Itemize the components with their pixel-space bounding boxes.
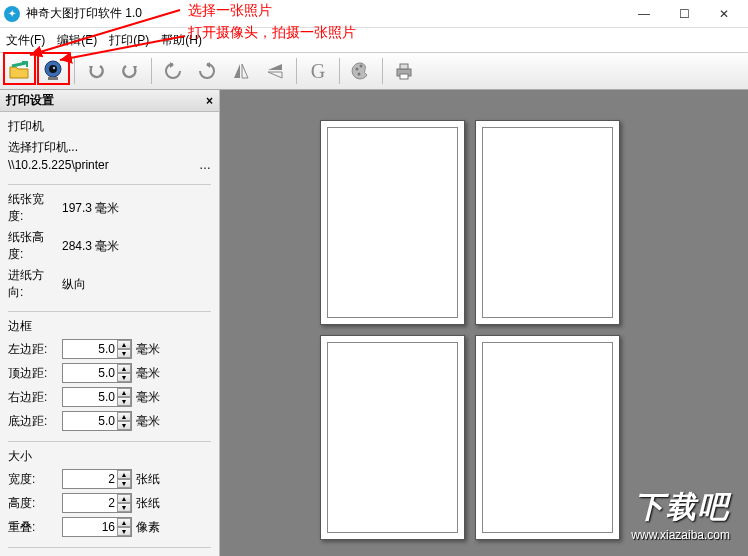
window-title: 神奇大图打印软件 1.0 xyxy=(26,5,624,22)
spin-up[interactable]: ▲ xyxy=(117,494,131,503)
height-sheets-label: 高度: xyxy=(8,495,58,512)
paper-width-label: 纸张宽度: xyxy=(8,191,58,225)
preview-page-1[interactable] xyxy=(320,120,465,325)
unit-sheets: 张纸 xyxy=(136,495,160,512)
watermark-url: www.xiazaiba.com xyxy=(631,528,730,542)
redo-icon xyxy=(120,61,140,81)
undo-icon xyxy=(86,61,106,81)
printer-path: \\10.2.5.225\printer xyxy=(8,158,109,172)
preview-page-2[interactable] xyxy=(475,120,620,325)
paper-width-value: 197.3 毫米 xyxy=(62,200,119,217)
rotate-right-button[interactable] xyxy=(192,56,222,86)
minimize-button[interactable]: — xyxy=(624,1,664,27)
spin-down[interactable]: ▼ xyxy=(117,479,131,488)
rotate-right-icon xyxy=(197,61,217,81)
preview-page-3[interactable] xyxy=(320,335,465,540)
paper-height-value: 284.3 毫米 xyxy=(62,238,119,255)
redo-button[interactable] xyxy=(115,56,145,86)
svg-rect-5 xyxy=(48,77,58,80)
flip-horizontal-button[interactable] xyxy=(226,56,256,86)
print-button[interactable] xyxy=(389,56,419,86)
spin-down[interactable]: ▼ xyxy=(117,527,131,536)
top-margin-label: 顶边距: xyxy=(8,365,58,382)
titlebar: ✦ 神奇大图打印软件 1.0 — ☐ ✕ xyxy=(0,0,748,28)
spin-up[interactable]: ▲ xyxy=(117,470,131,479)
svg-point-3 xyxy=(49,65,57,73)
svg-point-8 xyxy=(360,65,363,68)
spin-up[interactable]: ▲ xyxy=(117,364,131,373)
printer-more-button[interactable]: … xyxy=(199,158,211,172)
menubar: 文件(F) 编辑(E) 打印(P) 帮助(H) xyxy=(0,28,748,52)
spin-down[interactable]: ▼ xyxy=(117,349,131,358)
open-image-button[interactable] xyxy=(4,56,34,86)
spin-down[interactable]: ▼ xyxy=(117,503,131,512)
right-margin-label: 右边距: xyxy=(8,389,58,406)
flip-vertical-button[interactable] xyxy=(260,56,290,86)
flip-h-icon xyxy=(231,61,251,81)
grayscale-button[interactable]: G xyxy=(303,56,333,86)
svg-point-6 xyxy=(356,68,359,71)
rotate-left-button[interactable] xyxy=(158,56,188,86)
unit-mm: 毫米 xyxy=(136,365,160,382)
unit-pixels: 像素 xyxy=(136,519,160,536)
palette-button[interactable] xyxy=(346,56,376,86)
svg-rect-11 xyxy=(400,74,408,79)
menu-print[interactable]: 打印(P) xyxy=(109,32,149,49)
spin-down[interactable]: ▼ xyxy=(117,373,131,382)
feed-direction-label: 进纸方向: xyxy=(8,267,58,301)
preview-page-4[interactable] xyxy=(475,335,620,540)
bottom-margin-label: 底边距: xyxy=(8,413,58,430)
menu-file[interactable]: 文件(F) xyxy=(6,32,45,49)
spin-up[interactable]: ▲ xyxy=(117,388,131,397)
g-icon: G xyxy=(311,60,325,83)
watermark: 下载吧 www.xiazaiba.com xyxy=(631,487,730,542)
menu-help[interactable]: 帮助(H) xyxy=(161,32,202,49)
menu-edit[interactable]: 编辑(E) xyxy=(57,32,97,49)
webcam-icon xyxy=(42,60,64,82)
folder-open-icon xyxy=(8,60,30,82)
rotate-left-icon xyxy=(163,61,183,81)
select-printer-link[interactable]: 选择打印机... xyxy=(8,139,211,156)
width-sheets-label: 宽度: xyxy=(8,471,58,488)
palette-icon xyxy=(351,61,371,81)
watermark-text: 下载吧 xyxy=(631,487,730,528)
undo-button[interactable] xyxy=(81,56,111,86)
size-section-label: 大小 xyxy=(8,448,211,465)
svg-point-7 xyxy=(358,73,361,76)
border-section-label: 边框 xyxy=(8,318,211,335)
spin-up[interactable]: ▲ xyxy=(117,518,131,527)
panel-title: 打印设置 xyxy=(6,92,54,109)
left-margin-label: 左边距: xyxy=(8,341,58,358)
paper-height-label: 纸张高度: xyxy=(8,229,58,263)
svg-rect-10 xyxy=(400,64,408,69)
spin-up[interactable]: ▲ xyxy=(117,340,131,349)
printer-section-label: 打印机 xyxy=(8,118,211,135)
toolbar: G xyxy=(0,52,748,90)
spin-down[interactable]: ▼ xyxy=(117,397,131,406)
unit-mm: 毫米 xyxy=(136,341,160,358)
overlap-label: 重叠: xyxy=(8,519,58,536)
spin-down[interactable]: ▼ xyxy=(117,421,131,430)
panel-close-button[interactable]: × xyxy=(206,94,213,108)
svg-point-4 xyxy=(53,67,55,69)
printer-icon xyxy=(394,61,414,81)
preview-canvas[interactable]: 下载吧 www.xiazaiba.com xyxy=(220,90,748,556)
maximize-button[interactable]: ☐ xyxy=(664,1,704,27)
camera-button[interactable] xyxy=(38,56,68,86)
feed-direction-value: 纵向 xyxy=(62,276,86,293)
close-button[interactable]: ✕ xyxy=(704,1,744,27)
unit-mm: 毫米 xyxy=(136,389,160,406)
app-icon: ✦ xyxy=(4,6,20,22)
print-settings-panel: 打印设置 × 打印机 选择打印机... \\10.2.5.225\printer… xyxy=(0,90,220,556)
flip-v-icon xyxy=(265,61,285,81)
unit-mm: 毫米 xyxy=(136,413,160,430)
spin-up[interactable]: ▲ xyxy=(117,412,131,421)
unit-sheets: 张纸 xyxy=(136,471,160,488)
